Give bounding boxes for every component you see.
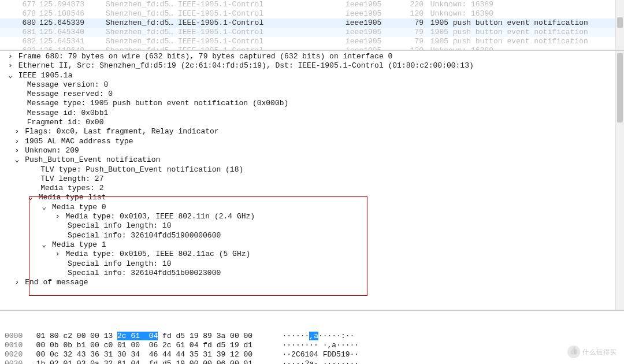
expand-icon[interactable]: › xyxy=(13,278,20,287)
tree-media-1[interactable]: ⌄ Media type 1 xyxy=(0,240,624,250)
packet-list-scrollbar[interactable] xyxy=(615,0,624,50)
hex-line[interactable]: 0010 00 0b 0b b1 00 c0 01 00 06 2c 61 04… xyxy=(0,341,624,350)
tree-unknown[interactable]: › Unknown: 209 xyxy=(0,146,624,155)
packet-row[interactable]: 681125.645340Shenzhen_fd:d5…IEEE-1905.1-… xyxy=(0,28,624,37)
expand-icon[interactable]: › xyxy=(13,127,20,136)
packet-list-pane[interactable]: 677125.094873Shenzhen_fd:d5…IEEE-1905.1-… xyxy=(0,0,624,51)
details-scrollbar[interactable] xyxy=(615,51,624,310)
tree-media-1-type[interactable]: › Media type: 0x0105, IEEE 802.11ac (5 G… xyxy=(0,250,624,259)
collapse-icon[interactable]: ⌄ xyxy=(40,240,47,250)
tree-almac[interactable]: › 1905 AL MAC address type xyxy=(0,137,624,146)
expand-icon[interactable]: › xyxy=(54,250,61,259)
tree-leaf[interactable]: Message type: 1905 push button event not… xyxy=(0,99,624,108)
expand-icon[interactable]: › xyxy=(7,61,14,70)
packet-row[interactable]: 682125.645341Shenzhen_fd:d5…IEEE-1905.1-… xyxy=(0,37,624,46)
tree-media-list[interactable]: ⌄ Media type list xyxy=(0,193,624,202)
tree-leaf[interactable]: Message id: 0x0bb1 xyxy=(0,109,624,118)
hex-line[interactable]: 0000 01 80 c2 00 00 13 2c 61 04 fd d5 19… xyxy=(0,332,624,341)
tree-media-0[interactable]: ⌄ Media type 0 xyxy=(0,203,624,212)
hex-line[interactable]: 0020 00 0c 32 43 36 31 30 34 46 44 44 35… xyxy=(0,350,624,359)
tree-flags[interactable]: › Flags: 0xc0, Last fragment, Relay indi… xyxy=(0,127,624,136)
tree-eom[interactable]: › End of message xyxy=(0,278,624,287)
packet-row[interactable]: 677125.094873Shenzhen_fd:d5…IEEE-1905.1-… xyxy=(0,0,624,9)
packet-row[interactable]: 683126.110649Shenzhen_fd:d5…IEEE-1905.1-… xyxy=(0,46,624,51)
collapse-icon[interactable]: ⌄ xyxy=(27,193,34,202)
expand-icon[interactable]: › xyxy=(7,52,14,61)
tree-leaf[interactable]: Special info: 326104fdd51b00023000 xyxy=(0,269,624,278)
tree-leaf[interactable]: Fragment id: 0x00 xyxy=(0,118,624,127)
collapse-icon[interactable]: ⌄ xyxy=(7,71,14,80)
tree-leaf[interactable]: Message version: 0 xyxy=(0,80,624,90)
tree-leaf[interactable]: TLV type: Push_Button_Event notification… xyxy=(0,165,624,174)
tree-ieee1905[interactable]: ⌄ IEEE 1905.1a xyxy=(0,71,624,80)
packet-row[interactable]: 678125.108546Shenzhen_fd:d5…IEEE-1905.1-… xyxy=(0,9,624,18)
expand-icon[interactable]: › xyxy=(13,137,20,146)
tree-ethernet[interactable]: › Ethernet II, Src: Shenzhen_fd:d5:19 (2… xyxy=(0,61,624,70)
tree-leaf[interactable]: Special info length: 10 xyxy=(0,221,624,231)
hex-dump-pane[interactable]: 0000 01 80 c2 00 00 13 2c 61 04 fd d5 19… xyxy=(0,311,624,364)
collapse-icon[interactable]: ⌄ xyxy=(40,203,47,212)
watermark: 什么值得买 xyxy=(567,346,617,358)
tree-pbe[interactable]: ⌄ Push_Button_Event notification xyxy=(0,155,624,165)
tree-leaf[interactable]: Message reserved: 0 xyxy=(0,90,624,99)
tree-leaf[interactable]: TLV length: 27 xyxy=(0,174,624,184)
tree-leaf[interactable]: Special info: 326104fdd51900000600 xyxy=(0,231,624,240)
tree-leaf[interactable]: Special info length: 10 xyxy=(0,259,624,269)
thumbs-up-icon xyxy=(567,346,580,358)
packet-row[interactable]: 680125.645339Shenzhen_fd:d5…IEEE-1905.1-… xyxy=(0,18,624,28)
tree-leaf[interactable]: Media types: 2 xyxy=(0,184,624,193)
expand-icon[interactable]: › xyxy=(54,212,61,221)
tree-media-0-type[interactable]: › Media type: 0x0103, IEEE 802.11n (2.4 … xyxy=(0,212,624,221)
expand-icon[interactable]: › xyxy=(13,146,20,155)
collapse-icon[interactable]: ⌄ xyxy=(13,155,20,165)
hex-line[interactable]: 0030 1b 02 01 03 0a 32 61 04 fd d5 19 00… xyxy=(0,359,624,364)
tree-frame[interactable]: › Frame 680: 79 bytes on wire (632 bits)… xyxy=(0,52,624,61)
packet-details-pane[interactable]: › Frame 680: 79 bytes on wire (632 bits)… xyxy=(0,51,624,311)
